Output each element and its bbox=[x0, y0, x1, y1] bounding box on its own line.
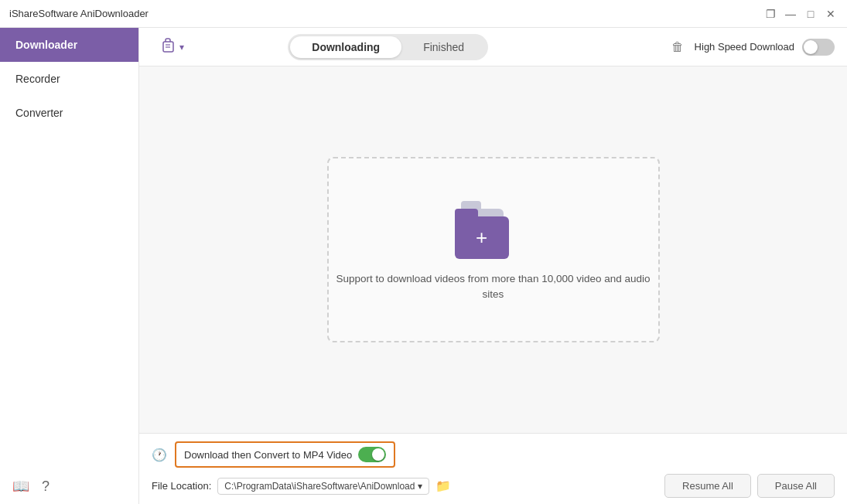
window-controls: ❐ — □ ✕ bbox=[763, 7, 838, 21]
sidebar: Downloader Recorder Converter 📖 ? bbox=[0, 28, 139, 504]
convert-row: 🕐 Download then Convert to MP4 Video bbox=[152, 441, 835, 468]
close-button[interactable]: ✕ bbox=[824, 7, 838, 21]
title-bar: iShareSoftware AniDownloader ❐ — □ ✕ bbox=[0, 0, 847, 28]
maximize-button[interactable]: □ bbox=[804, 7, 818, 21]
empty-state: + Support to download videos from more t… bbox=[139, 66, 847, 433]
help-icon[interactable]: ? bbox=[42, 478, 50, 495]
app-body: Downloader Recorder Converter 📖 ? bbox=[0, 28, 847, 504]
high-speed-toggle[interactable] bbox=[802, 39, 835, 56]
sidebar-item-converter[interactable]: Converter bbox=[0, 96, 138, 130]
file-location-row: File Location: C:\ProgramData\iShareSoft… bbox=[152, 474, 835, 498]
sidebar-bottom: 📖 ? bbox=[0, 468, 138, 504]
clock-icon: 🕐 bbox=[152, 448, 167, 462]
folder-illustration: + bbox=[455, 197, 532, 259]
convert-toggle[interactable] bbox=[358, 447, 386, 462]
empty-description: Support to download videos from more tha… bbox=[329, 271, 658, 303]
high-speed-label: High Speed Download bbox=[695, 41, 794, 53]
paste-icon bbox=[159, 36, 176, 57]
file-location-label: File Location: bbox=[152, 480, 211, 492]
resume-all-button[interactable]: Resume All bbox=[664, 474, 751, 498]
convert-toggle-knob bbox=[372, 448, 384, 461]
path-chevron-icon: ▾ bbox=[418, 481, 422, 492]
bottom-bar: 🕐 Download then Convert to MP4 Video Fil… bbox=[139, 433, 847, 504]
folder-plus-icon: + bbox=[476, 227, 487, 247]
toggle-knob bbox=[804, 40, 818, 54]
open-folder-icon[interactable]: 📁 bbox=[435, 478, 451, 493]
tab-switcher: Downloading Finished bbox=[288, 34, 488, 60]
convert-label: Download then Convert to MP4 Video bbox=[184, 449, 352, 461]
chevron-down-icon: ▾ bbox=[179, 42, 184, 53]
sidebar-item-downloader[interactable]: Downloader bbox=[0, 28, 138, 62]
restore-button[interactable]: ❐ bbox=[763, 7, 777, 21]
sidebar-item-recorder[interactable]: Recorder bbox=[0, 62, 138, 96]
tab-downloading[interactable]: Downloading bbox=[290, 36, 401, 58]
action-buttons: Resume All Pause All bbox=[664, 474, 835, 498]
minimize-button[interactable]: — bbox=[784, 7, 797, 21]
trash-icon[interactable]: 🗑 bbox=[671, 40, 684, 54]
app-title: iShareSoftware AniDownloader bbox=[9, 8, 149, 19]
main-content: ▾ Downloading Finished 🗑 High Speed Down… bbox=[139, 28, 847, 504]
toolbar: ▾ Downloading Finished 🗑 High Speed Down… bbox=[139, 28, 847, 66]
tab-finished[interactable]: Finished bbox=[401, 36, 486, 58]
file-path-box[interactable]: C:\ProgramData\iShareSoftware\AniDownloa… bbox=[217, 478, 429, 495]
paste-button[interactable]: ▾ bbox=[152, 32, 192, 62]
pause-all-button[interactable]: Pause All bbox=[757, 474, 835, 498]
high-speed-section: 🗑 High Speed Download bbox=[671, 39, 835, 56]
book-icon[interactable]: 📖 bbox=[12, 478, 29, 495]
file-path-text: C:\ProgramData\iShareSoftware\AniDownloa… bbox=[224, 481, 415, 492]
folder-front: + bbox=[455, 216, 509, 259]
convert-box: Download then Convert to MP4 Video bbox=[175, 441, 395, 468]
drop-zone: + Support to download videos from more t… bbox=[327, 157, 660, 342]
